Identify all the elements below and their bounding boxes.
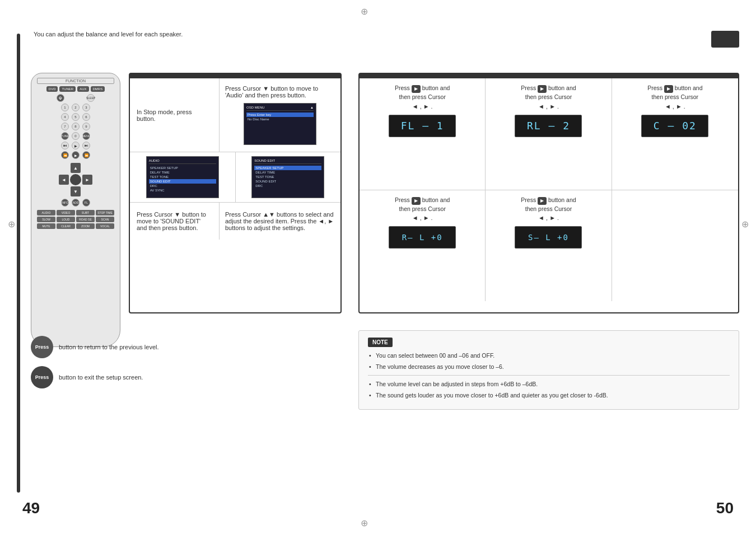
- screen-3-container: SOUND EDIT SPEAKER SETUP DELAY TIME TEST…: [236, 152, 341, 202]
- screen-1-title: OSD MENU ▲: [246, 106, 314, 111]
- s2-i6: AV SYNC: [149, 188, 216, 193]
- press-row-1: Press button to return to the previous l…: [31, 336, 356, 358]
- step-2-left-text: Press Cursor ▼ button to move to 'SOUND …: [130, 203, 220, 240]
- slow-btn[interactable]: SLOW: [37, 217, 55, 222]
- cursor-right-button[interactable]: ►: [82, 175, 92, 185]
- next-button[interactable]: ⏭: [82, 142, 90, 149]
- s2-i4: SOUND EDIT: [149, 179, 216, 184]
- instruction-box-right-title: [360, 74, 738, 78]
- vocal-btn[interactable]: VOCAL: [96, 223, 114, 229]
- tune-button[interactable]: TUNE: [61, 132, 69, 140]
- cross-marker-top: ⊕: [358, 6, 370, 17]
- s3-i2: DELAY TIME: [254, 170, 321, 175]
- step-row-1: In Stop mode, pressbutton. Press Cursor …: [130, 78, 340, 152]
- s2-i1: SPEAKER SETUP: [149, 166, 216, 170]
- page-number-right: 50: [716, 499, 734, 517]
- loud-btn[interactable]: LOUD: [57, 217, 75, 222]
- cross-marker-right: ⊕: [739, 218, 750, 229]
- screen-2-title: AUDIO: [149, 159, 216, 164]
- step-1-right-text: Press Cursor ▼ button to move to 'Audio'…: [225, 85, 335, 99]
- add-button[interactable]: ADD: [72, 199, 80, 207]
- step-screens-row: AUDIO SPEAKER SETUP DELAY TIME TEST TONE…: [130, 152, 340, 203]
- remote-source-buttons: DVD TUNER AUX DMRS: [46, 86, 105, 92]
- cell-r-l: Press ▶ button andthen press Cursor◄ , ►…: [360, 190, 486, 302]
- num-8[interactable]: 8: [72, 123, 80, 130]
- zoom-btn[interactable]: ZOOM: [76, 223, 95, 229]
- dpad: ▲ ▼ ◄ ►: [59, 163, 92, 196]
- cell-c-display: C – 02: [641, 115, 708, 137]
- cell-fl-display: FL – 1: [389, 115, 456, 137]
- fl-button[interactable]: FL: [82, 199, 90, 207]
- s3-i5: DRC: [254, 184, 321, 188]
- cell-c-text: Press ▶ button andthen press Cursor◄ , ►…: [647, 84, 702, 111]
- info-button[interactable]: INFO: [61, 199, 69, 207]
- s2-i5: DRC: [149, 184, 216, 188]
- step-2-label: Press Cursor ▼ button to move to 'SOUND …: [137, 211, 212, 231]
- note-title: NOTE: [368, 338, 393, 347]
- num-0[interactable]: 0: [72, 132, 80, 140]
- cell-c-btn[interactable]: ▶: [664, 85, 673, 93]
- num-7[interactable]: 7: [61, 123, 69, 130]
- screen-1: OSD MENU ▲ Press Enter key No Disc Name: [244, 103, 316, 145]
- step-2-desc: Press Cursor ▲▼ buttons to select and ad…: [225, 211, 335, 231]
- cell-fl: Press ▶ button andthen press Cursor◄ , ►…: [360, 78, 486, 190]
- num-9[interactable]: 9: [82, 123, 90, 130]
- dvd-button[interactable]: DVD: [46, 86, 58, 92]
- num-4[interactable]: 4: [61, 113, 69, 121]
- enter-button[interactable]: [70, 174, 81, 185]
- rew-button[interactable]: ⏪: [61, 151, 69, 159]
- num-3[interactable]: 3: [82, 104, 90, 111]
- audio-btn[interactable]: AUDIO: [37, 210, 55, 216]
- num-2[interactable]: 2: [72, 104, 80, 111]
- cursor-down-button[interactable]: ▼: [71, 186, 81, 196]
- sub-btn[interactable]: SUBT: [76, 210, 95, 216]
- remote-function-label: FUNCTION: [37, 78, 114, 84]
- cell-empty: [612, 190, 738, 302]
- note-box: NOTE You can select between 00 and –06 a…: [358, 330, 739, 410]
- num-6[interactable]: 6: [82, 113, 90, 121]
- cell-fl-btn[interactable]: ▶: [412, 85, 421, 93]
- press-exit-button[interactable]: Press: [31, 366, 53, 388]
- cell-sl-btn[interactable]: ▶: [538, 197, 547, 205]
- road-btn[interactable]: ROAD SE: [76, 217, 95, 222]
- cell-s-l: Press ▶ button andthen press Cursor◄ , ►…: [486, 190, 612, 302]
- press-exit-label: Press: [35, 374, 49, 380]
- speaker-grid: Press ▶ button andthen press Cursor◄ , ►…: [360, 78, 738, 301]
- play2-button[interactable]: ▶: [72, 151, 80, 159]
- cell-s-l-text: Press ▶ button andthen press Cursor◄ , ►…: [521, 196, 576, 223]
- s2-i3: TEST TONE: [149, 175, 216, 179]
- num-5[interactable]: 5: [72, 113, 80, 121]
- instruction-box-left-title: [130, 74, 340, 78]
- stop-time-btn[interactable]: STOP TIME: [96, 210, 114, 216]
- cell-rl-display: RL – 2: [515, 115, 582, 137]
- cursor-left-button[interactable]: ◄: [59, 175, 69, 185]
- scan-btn[interactable]: SCAN: [96, 217, 114, 222]
- left-bar: [17, 34, 20, 493]
- power-button[interactable]: ⏻: [57, 94, 64, 102]
- num-row-3: 7 8 9: [37, 123, 114, 130]
- cross-marker-bottom: ⊕: [358, 517, 370, 528]
- press-return-button[interactable]: Press: [31, 336, 53, 358]
- num-1[interactable]: 1: [61, 104, 69, 111]
- prev-button[interactable]: ⏮: [61, 142, 69, 149]
- step-1-label: In Stop mode, pressbutton.: [137, 109, 192, 122]
- menu-button[interactable]: MENU: [82, 132, 90, 140]
- tuner-button[interactable]: TUNER: [59, 86, 76, 92]
- play-button[interactable]: ▶: [72, 142, 80, 149]
- fwd-button[interactable]: ⏩: [82, 151, 90, 159]
- cell-rl-btn[interactable]: ▶: [538, 85, 547, 93]
- dmr-button[interactable]: DMRS: [91, 86, 105, 92]
- video-btn[interactable]: VIDEO: [57, 210, 75, 216]
- sleep-button[interactable]: SLEEP: [87, 94, 95, 102]
- aux-button[interactable]: AUX: [77, 86, 88, 92]
- cell-c: Press ▶ button andthen press Cursor◄ , ►…: [612, 78, 738, 190]
- screen-3: SOUND EDIT SPEAKER SETUP DELAY TIME TEST…: [251, 156, 324, 198]
- cell-rl2-btn[interactable]: ▶: [412, 197, 421, 205]
- num-row-1: 1 2 3: [37, 104, 114, 111]
- cursor-up-button[interactable]: ▲: [71, 163, 81, 173]
- screen-2: AUDIO SPEAKER SETUP DELAY TIME TEST TONE…: [146, 156, 219, 198]
- instruction-box-right: Press ▶ button andthen press Cursor◄ , ►…: [358, 73, 739, 313]
- mute-btn[interactable]: MUTE: [37, 223, 55, 229]
- remote-control: FUNCTION DVD TUNER AUX DMRS ⏻ SLEEP 1 2 …: [31, 73, 120, 347]
- clear-btn[interactable]: CLEAR: [57, 223, 75, 229]
